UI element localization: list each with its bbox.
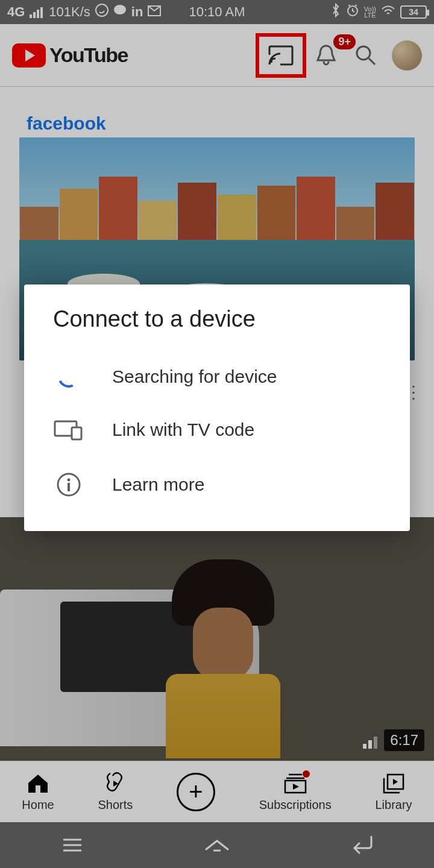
cast-button-highlight	[256, 33, 306, 78]
home-button[interactable]	[199, 833, 235, 857]
plus-icon: +	[177, 773, 215, 811]
svg-rect-3	[40, 7, 43, 18]
bluetooth-icon	[330, 3, 341, 21]
battery-icon: 34	[400, 5, 427, 19]
svg-rect-8	[363, 744, 366, 749]
volte-icon: Vo))LTE	[364, 6, 376, 18]
android-nav-bar	[0, 822, 434, 868]
bottom-nav: Home Shorts + Subscriptions Library	[0, 761, 434, 822]
svg-point-19	[68, 479, 71, 482]
svg-rect-10	[374, 737, 377, 749]
svg-point-14	[357, 46, 370, 60]
svg-point-5	[114, 5, 126, 14]
status-bar: 4G 101K/s in 10:10 AM Vo))LTE 34	[0, 0, 434, 24]
recent-apps-button[interactable]	[54, 833, 90, 857]
learn-more-label: Learn more	[112, 474, 204, 495]
nav-home[interactable]: Home	[22, 772, 54, 812]
svg-rect-0	[30, 14, 32, 18]
youtube-logo[interactable]: YouTube	[12, 43, 128, 68]
searching-label: Searching for device	[112, 366, 277, 387]
svg-rect-2	[37, 10, 39, 18]
chat-icon	[113, 4, 127, 20]
link-tv-code-row[interactable]: Link with TV code	[24, 403, 410, 456]
nav-subs-label: Subscriptions	[259, 798, 332, 812]
cast-icon[interactable]	[261, 36, 301, 75]
notification-badge: 9+	[333, 34, 356, 49]
duration-badge: 6:17	[384, 729, 424, 751]
nav-subscriptions[interactable]: Subscriptions	[259, 772, 332, 812]
video-thumbnail-2[interactable]: 6:17	[0, 517, 434, 761]
avatar[interactable]	[392, 40, 422, 71]
nav-shorts[interactable]: Shorts	[98, 772, 133, 812]
data-speed: 101K/s	[49, 4, 90, 20]
svg-line-15	[369, 58, 375, 64]
network-type: 4G	[7, 4, 25, 20]
mail-icon	[148, 4, 161, 20]
svg-rect-1	[33, 12, 36, 18]
wifi-icon	[381, 4, 395, 20]
back-button[interactable]	[344, 833, 380, 857]
searching-row: Searching for device	[24, 350, 410, 403]
search-icon	[354, 44, 377, 67]
svg-rect-20	[68, 483, 70, 491]
nav-home-label: Home	[22, 798, 54, 812]
home-icon	[26, 772, 50, 796]
learn-more-row[interactable]: Learn more	[24, 456, 410, 513]
whatsapp-icon	[95, 4, 108, 20]
notifications-button[interactable]: 9+	[306, 36, 346, 75]
cast-dialog: Connect to a device Searching for device…	[24, 285, 410, 531]
svg-rect-17	[72, 427, 81, 439]
bell-icon	[315, 43, 337, 68]
app-header: YouTube 9+	[0, 24, 434, 87]
svg-rect-9	[368, 740, 372, 749]
nav-shorts-label: Shorts	[98, 798, 133, 812]
sponsor-label: facebook	[27, 113, 106, 134]
signal-icon	[30, 6, 44, 18]
clock: 10:10 AM	[189, 4, 245, 20]
shorts-icon	[103, 772, 127, 796]
nav-library[interactable]: Library	[375, 772, 412, 812]
alarm-icon	[346, 4, 359, 20]
volume-icon	[363, 734, 380, 751]
nav-create[interactable]: +	[177, 773, 215, 811]
link-tv-label: Link with TV code	[112, 420, 254, 440]
library-icon	[382, 772, 406, 796]
dialog-title: Connect to a device	[24, 306, 410, 350]
linkedin-icon: in	[131, 4, 143, 20]
subscriptions-dot	[303, 770, 310, 778]
info-icon	[53, 472, 84, 497]
subscriptions-icon	[283, 772, 307, 796]
svg-point-4	[96, 4, 108, 16]
nav-library-label: Library	[375, 798, 412, 812]
devices-icon	[53, 419, 84, 441]
spinner-icon	[53, 366, 84, 388]
